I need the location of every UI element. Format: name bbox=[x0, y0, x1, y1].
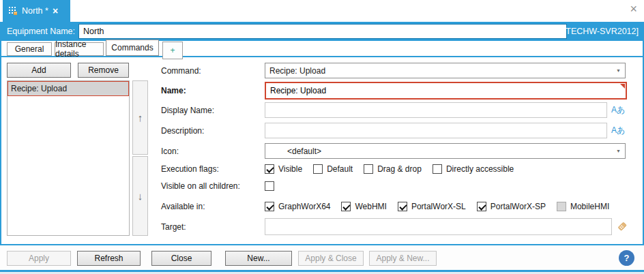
equipment-name-bar: Equipment Name: [TECHW-SVR2012] bbox=[0, 22, 644, 41]
checkbox-graphworx64[interactable]: GraphWorX64 bbox=[265, 202, 330, 211]
checkbox-icon[interactable] bbox=[265, 181, 274, 191]
equipment-icon bbox=[8, 6, 18, 16]
document-tab-north[interactable]: North * × bbox=[3, 0, 70, 22]
footer-button-bar: Apply Refresh Close New... Apply & Close… bbox=[0, 245, 644, 270]
command-dropdown[interactable]: Recipe: Upload ▼ bbox=[265, 63, 626, 78]
list-item-recipe-upload[interactable]: Recipe: Upload bbox=[8, 81, 129, 96]
add-command-button[interactable]: Add bbox=[7, 63, 71, 78]
up-arrow-icon: ↑ bbox=[138, 112, 143, 123]
document-tab-strip: North * × × bbox=[0, 0, 644, 22]
command-row: Command: Recipe: Upload ▼ bbox=[161, 63, 628, 78]
icon-dropdown[interactable]: <default> ▼ bbox=[265, 143, 626, 159]
equipment-name-label: Equipment Name: bbox=[7, 22, 75, 41]
description-label: Description: bbox=[161, 123, 204, 138]
help-icon: ? bbox=[624, 253, 630, 263]
document-tab-title: North * bbox=[22, 6, 48, 16]
down-arrow-icon: ↓ bbox=[138, 190, 143, 202]
checkbox-directly-accessible[interactable]: Directly accessible bbox=[433, 164, 514, 174]
checkbox-icon[interactable] bbox=[477, 202, 486, 211]
target-input[interactable] bbox=[265, 218, 612, 235]
command-dropdown-value: Recipe: Upload bbox=[269, 66, 325, 76]
checkbox-mobilehmi: MobileHMI bbox=[557, 202, 609, 211]
server-badge: [TECHW-SVR2012] bbox=[564, 22, 639, 41]
checkbox-icon[interactable] bbox=[265, 202, 274, 211]
checkbox-drag-drop[interactable]: Drag & drop bbox=[364, 164, 422, 174]
localize-icon[interactable]: Aあ bbox=[611, 102, 625, 118]
execution-flags-row: Execution flags: Visible Default Drag & … bbox=[161, 164, 628, 174]
checkbox-label: GraphWorX64 bbox=[278, 202, 330, 211]
tag-browse-button[interactable] bbox=[615, 219, 629, 233]
checkbox-icon[interactable] bbox=[433, 164, 442, 174]
close-button[interactable]: Close bbox=[151, 251, 211, 266]
checkbox-visible[interactable]: Visible bbox=[265, 164, 302, 174]
visible-on-all-children-label: Visible on all children: bbox=[161, 181, 240, 192]
display-name-label: Display Name: bbox=[161, 102, 214, 118]
name-input[interactable] bbox=[266, 86, 626, 95]
move-up-button[interactable]: ↑ bbox=[132, 80, 148, 155]
tag-icon bbox=[616, 220, 628, 232]
checkbox-webhmi[interactable]: WebHMI bbox=[341, 202, 386, 211]
visible-on-all-children-row: Visible on all children: bbox=[161, 181, 628, 192]
apply-close-button[interactable]: Apply & Close bbox=[298, 251, 364, 266]
equipment-editor-dialog: North * × × Equipment Name: [TECHW-SVR20… bbox=[0, 0, 644, 274]
equipment-name-input[interactable] bbox=[78, 24, 567, 39]
new-button[interactable]: New... bbox=[225, 251, 292, 266]
refresh-button[interactable]: Refresh bbox=[77, 251, 141, 266]
apply-button[interactable]: Apply bbox=[7, 251, 71, 266]
checkbox-icon bbox=[557, 202, 566, 211]
checkbox-icon[interactable] bbox=[364, 164, 373, 174]
checkbox-portalworx-sp[interactable]: PortalWorX-SP bbox=[477, 202, 546, 211]
checkbox-label: WebHMI bbox=[355, 202, 386, 211]
chevron-down-icon: ▼ bbox=[616, 68, 621, 73]
tab-instance-details[interactable]: Instance details bbox=[55, 42, 104, 56]
checkbox-label: Directly accessible bbox=[446, 164, 514, 174]
tab-general[interactable]: General bbox=[7, 42, 52, 56]
checkbox-icon[interactable] bbox=[398, 202, 407, 211]
icon-label: Icon: bbox=[161, 143, 179, 159]
checkbox-label: PortalWorX-SP bbox=[491, 202, 546, 211]
command-label: Command: bbox=[161, 63, 201, 78]
display-name-row: Display Name: Aあ bbox=[161, 102, 628, 118]
execution-flags-label: Execution flags: bbox=[161, 164, 219, 174]
checkbox-icon[interactable] bbox=[313, 164, 323, 174]
visible-on-all-children-group bbox=[265, 181, 289, 192]
description-row: Description: Aあ bbox=[161, 123, 628, 138]
window-close-icon[interactable]: × bbox=[630, 3, 637, 15]
help-button[interactable]: ? bbox=[619, 250, 634, 266]
icon-dropdown-value: <default> bbox=[269, 147, 321, 156]
tab-add-new[interactable]: + bbox=[162, 42, 183, 59]
target-row: Target: bbox=[161, 218, 628, 235]
execution-flags-group: Visible Default Drag & drop Directly acc… bbox=[265, 164, 525, 174]
document-tab-close-icon[interactable]: × bbox=[53, 6, 58, 16]
checkbox-label: MobileHMI bbox=[570, 202, 609, 211]
available-in-group: GraphWorX64 WebHMI PortalWorX-SL PortalW… bbox=[265, 201, 620, 212]
available-in-label: Available in: bbox=[161, 201, 205, 212]
target-label: Target: bbox=[161, 218, 186, 235]
chevron-down-icon: ▼ bbox=[616, 149, 621, 153]
move-down-button[interactable]: ↓ bbox=[132, 156, 148, 236]
display-name-input[interactable] bbox=[265, 102, 607, 118]
checkbox-visible-on-all-children[interactable] bbox=[265, 181, 278, 191]
name-field-error-border bbox=[265, 82, 627, 100]
checkbox-default[interactable]: Default bbox=[313, 164, 353, 174]
checkbox-label: PortalWorX-SL bbox=[411, 202, 466, 211]
checkbox-portalworx-sl[interactable]: PortalWorX-SL bbox=[398, 202, 466, 211]
name-label: Name: bbox=[161, 82, 186, 100]
available-in-row: Available in: GraphWorX64 WebHMI PortalW… bbox=[161, 201, 628, 212]
apply-new-button[interactable]: Apply & New... bbox=[369, 251, 437, 266]
checkbox-icon[interactable] bbox=[265, 164, 274, 174]
description-input[interactable] bbox=[265, 123, 607, 138]
remove-command-button[interactable]: Remove bbox=[78, 63, 129, 78]
checkbox-label: Default bbox=[327, 164, 353, 174]
tab-commands[interactable]: Commands bbox=[106, 40, 159, 56]
localize-icon[interactable]: Aあ bbox=[611, 123, 625, 138]
checkbox-label: Drag & drop bbox=[377, 164, 422, 174]
name-row: Name: bbox=[161, 82, 628, 100]
icon-row: Icon: <default> ▼ bbox=[161, 143, 628, 159]
checkbox-label: Visible bbox=[278, 164, 302, 174]
dialog-border-left bbox=[0, 22, 1, 272]
command-list[interactable]: Recipe: Upload bbox=[7, 80, 130, 236]
checkbox-icon[interactable] bbox=[341, 202, 351, 211]
